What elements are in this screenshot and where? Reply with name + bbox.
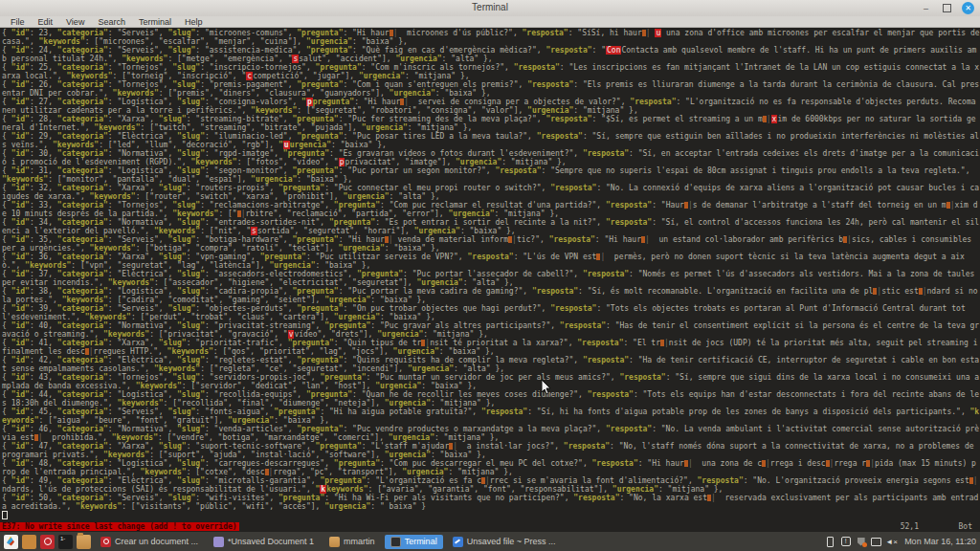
window-label: Terminal	[405, 537, 437, 546]
terminal-line: { "id": 42, "categoria": "Elèctrica", "s…	[2, 356, 980, 373]
highlight-char: x	[771, 115, 778, 123]
taskbar-window-mmartin[interactable]: mmartin	[323, 535, 381, 549]
vim-buffer[interactable]: { "id": 23, "categoria": "Serveis", "slu…	[0, 28, 980, 522]
terminal-line: { "id": 26, "categoria": "Tornejos", "sl…	[2, 80, 980, 98]
window-icon	[213, 537, 224, 547]
vim-error-message: E37: No write since last change (add ! t…	[0, 522, 239, 531]
menu-item-search[interactable]: Search	[91, 17, 132, 27]
window-label: *Unsaved Document 1	[228, 537, 314, 546]
highlight-char: s	[292, 55, 299, 63]
minimize-button[interactable]: –	[920, 2, 932, 14]
terminal-line: { "id": 34, "categoria": "Normativa", "s…	[2, 218, 980, 235]
terminal-line: { "id": 29, "categoria": "Elèctrica", "s…	[2, 132, 980, 149]
terminal-line: { "id": 28, "categoria": "Xarxa", "slug"…	[2, 115, 980, 132]
terminal-line: { "id": 27, "categoria": "Logística", "s…	[2, 98, 980, 115]
maximize-button[interactable]	[941, 2, 953, 14]
terminal-line: { "id": 43, "categoria": "Tornejos", "sl…	[2, 373, 980, 390]
menu-item-view[interactable]: View	[59, 17, 91, 27]
vim-statusline: E37: No write since last change (add ! t…	[0, 522, 980, 532]
files-launcher-icon[interactable]	[22, 535, 36, 549]
vim-cursor	[2, 511, 8, 519]
highlight-char: Con	[606, 46, 621, 55]
updates-warning-icon[interactable]: !	[840, 536, 851, 547]
vim-ruler: 52,1	[901, 522, 919, 532]
terminal-line: { "id": 49, "categoria": "Elèctrica", "s…	[2, 476, 980, 494]
terminal-line: { "id": 39, "categoria": "Serveis", "slu…	[2, 304, 980, 321]
taskbar: 1- Crear un document ...*Unsaved Documen…	[0, 532, 980, 551]
window-titlebar: Terminal – ✕	[0, 0, 980, 17]
highlight-char: s	[251, 227, 257, 235]
window-title: Terminal	[0, 2, 980, 12]
menu-bar: FileEditViewSearchTerminalHelp	[0, 16, 980, 28]
mouse-cursor	[541, 379, 552, 396]
menu-item-terminal[interactable]: Terminal	[132, 17, 178, 27]
terminal-line: { "id": 25, "categoria": "Tornejos", "sl…	[2, 63, 980, 80]
display-icon[interactable]	[871, 536, 881, 547]
taskbar-window-crear-un-document-[interactable]: Crear un document ...	[95, 535, 204, 549]
close-button[interactable]: ✕	[962, 2, 974, 14]
terminal-window[interactable]: { "id": 23, "categoria": "Serveis", "slu…	[0, 28, 980, 532]
terminal-line: { "id": 32, "categoria": "Xarxa", "slug"…	[2, 184, 980, 201]
highlight-char: c	[246, 72, 253, 80]
terminal-line: { "id": 47, "categoria": "Xarxa", "slug"…	[2, 442, 980, 459]
window-icon	[329, 537, 340, 547]
shield-icon[interactable]	[856, 536, 866, 547]
terminal-line: { "id": 23, "categoria": "Serveis", "slu…	[2, 29, 980, 46]
terminal-line	[2, 511, 980, 520]
app-menu-icon[interactable]	[4, 535, 18, 549]
terminal-line: { "id": 48, "categoria": "Logística", "s…	[2, 459, 980, 476]
terminal-line: { "id": 46, "categoria": "Normativa", "s…	[2, 425, 980, 442]
window-icon	[100, 537, 111, 547]
folder-launcher-icon[interactable]	[77, 535, 91, 549]
terminal-line: { "id": 33, "categoria": "Tornejos", "sl…	[2, 201, 980, 218]
window-label: mmartin	[344, 537, 375, 546]
window-label: Crear un document ...	[115, 537, 198, 546]
terminal-line: { "id": 24, "categoria": "Serveis", "slu…	[2, 46, 980, 63]
window-icon	[390, 537, 401, 547]
terminal-line: { "id": 37, "categoria": "Elèctrica", "s…	[2, 270, 980, 287]
taskbar-window--unsaved-document-1[interactable]: *Unsaved Document 1	[208, 535, 320, 549]
window-icon	[453, 537, 463, 547]
terminal-line: { "id": 41, "categoria": "Xarxa", "slug"…	[2, 339, 980, 356]
menu-item-help[interactable]: Help	[178, 17, 210, 27]
battery-icon[interactable]	[825, 536, 835, 547]
highlight-char: u	[655, 29, 661, 37]
menu-item-file[interactable]: File	[4, 17, 32, 27]
terminal-line: { "id": 44, "categoria": "Logística", "s…	[2, 390, 980, 408]
workspace-1-icon[interactable]: 1-	[58, 535, 73, 549]
vim-scroll-indicator: Bot	[959, 522, 972, 532]
taskbar-window-unsaved-file-press-[interactable]: Unsaved file ~ Press ...	[447, 535, 562, 549]
terminal-line: { "id": 38, "categoria": "Logística", "s…	[2, 287, 980, 304]
terminal-line: { "id": 45, "categoria": "Serveis", "slu…	[2, 408, 980, 425]
window-label: Unsaved file ~ Press ...	[467, 537, 556, 546]
terminal-line: { "id": 50, "categoria": "Serveis", "slu…	[2, 494, 980, 511]
highlight-char: v	[288, 330, 295, 339]
terminal-line: { "id": 36, "categoria": "Xarxa", "slug"…	[2, 253, 980, 270]
volume-muted-icon[interactable]: ◄×	[886, 536, 897, 547]
terminal-line: { "id": 30, "categoria": "Normativa", "s…	[2, 149, 980, 166]
terminal-line: { "id": 35, "categoria": "Serveis", "slu…	[2, 235, 980, 253]
software-launcher-icon[interactable]	[40, 535, 55, 549]
menu-item-edit[interactable]: Edit	[32, 17, 60, 27]
taskbar-clock[interactable]: Mon Mar 16, 11:20	[904, 537, 976, 546]
terminal-line: { "id": 40, "categoria": "Normativa", "s…	[2, 321, 980, 339]
terminal-line: { "id": 31, "categoria": "Logística", "s…	[2, 166, 980, 184]
highlight-char: p	[339, 158, 345, 166]
taskbar-window-terminal[interactable]: Terminal	[385, 535, 443, 549]
